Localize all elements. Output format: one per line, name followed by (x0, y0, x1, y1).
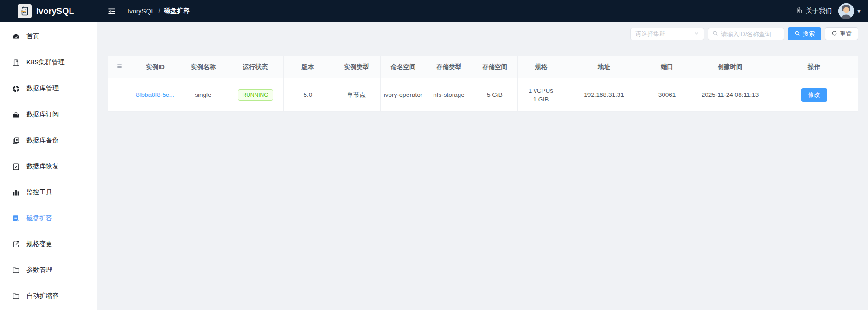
instance-id-link[interactable]: 8fbba8f8-5c... (136, 91, 174, 98)
sidebar-item-label: 规格变更 (26, 240, 52, 248)
table-row: 8fbba8f8-5c... single RUNNING 5.0 单节点 iv… (108, 78, 858, 112)
restore-icon (12, 163, 20, 171)
sidebar-item-label: 数据库管理 (26, 84, 59, 93)
sidebar: 首页 K8S集群管理 数据库管理 数据库订阅 (0, 22, 97, 310)
instance-name-cell: single (179, 78, 227, 112)
avatar (838, 3, 854, 19)
address-cell: 192.168.31.31 (564, 78, 644, 112)
sidebar-item-k8s-clusters[interactable]: K8S集群管理 (0, 50, 97, 76)
search-box (708, 28, 784, 40)
column-header-address: 地址 (564, 56, 644, 78)
column-header-instance-name: 实例名称 (179, 56, 227, 78)
reset-button-label: 重置 (840, 30, 852, 38)
instance-type-cell: 单节点 (332, 78, 381, 112)
main-content: 请选择集群 搜索 重置 (97, 22, 868, 310)
table-header-row: 实例ID 实例名称 运行状态 版本 实例类型 命名空间 存储类型 存储空间 规格… (108, 56, 858, 78)
search-input[interactable] (721, 31, 780, 38)
column-settings-icon (116, 63, 123, 70)
sidebar-item-database-restore[interactable]: 数据库恢复 (0, 153, 97, 179)
caret-down-icon: ▼ (856, 8, 862, 14)
status-badge: RUNNING (238, 89, 273, 101)
cluster-select[interactable]: 请选择集群 (630, 28, 704, 40)
ivorysql-logo-icon (18, 4, 32, 18)
column-header-storage-size: 存储空间 (472, 56, 518, 78)
instances-table: 实例ID 实例名称 运行状态 版本 实例类型 命名空间 存储类型 存储空间 规格… (108, 56, 858, 112)
column-header-status: 运行状态 (227, 56, 284, 78)
modify-button[interactable]: 修改 (801, 88, 827, 102)
refresh-icon (831, 30, 837, 38)
user-menu[interactable]: ▼ (838, 3, 862, 19)
sidebar-item-home[interactable]: 首页 (0, 24, 97, 50)
database-manage-icon (12, 85, 20, 93)
column-header-spec: 规格 (518, 56, 564, 78)
port-cell: 30061 (644, 78, 690, 112)
sidebar-item-label: 监控工具 (26, 188, 52, 196)
storage-size-cell: 5 GiB (472, 78, 518, 112)
topbar: IvorySQL IvorySQL / 磁盘扩容 关于我们 (0, 0, 868, 22)
search-button-label: 搜索 (803, 30, 815, 38)
sidebar-item-label: 自动扩缩容 (26, 292, 59, 300)
cluster-icon (12, 59, 20, 67)
spec-cell: 1 vCPUs 1 GiB (518, 78, 564, 112)
sidebar-item-database-backup[interactable]: 数据库备份 (0, 127, 97, 153)
version-cell: 5.0 (284, 78, 332, 112)
dashboard-icon (12, 33, 20, 41)
sidebar-item-spec-change[interactable]: 规格变更 (0, 231, 97, 257)
subscription-icon (12, 111, 20, 119)
building-icon (796, 7, 803, 15)
menu-fold-icon[interactable] (108, 7, 116, 16)
column-header-created-at: 创建时间 (690, 56, 770, 78)
brand-name: IvorySQL (36, 6, 74, 16)
spec-vcpus: 1 vCPUs (518, 86, 564, 95)
sidebar-item-label: 参数管理 (26, 266, 52, 274)
search-icon (712, 30, 718, 38)
sidebar-item-label: 首页 (26, 32, 39, 41)
chevron-down-icon (694, 30, 699, 38)
column-header-instance-id: 实例ID (131, 56, 179, 78)
search-icon (794, 30, 800, 38)
reset-button[interactable]: 重置 (825, 27, 858, 40)
filter-bar: 请选择集群 搜索 重置 (108, 27, 858, 40)
column-header-namespace: 命名空间 (381, 56, 426, 78)
sidebar-item-label: 磁盘扩容 (26, 214, 52, 222)
column-header-version: 版本 (284, 56, 332, 78)
row-select-cell (108, 78, 131, 112)
column-header-actions: 操作 (770, 56, 858, 78)
spec-change-icon (12, 240, 20, 248)
folder-icon (12, 292, 20, 300)
sidebar-item-label: K8S集群管理 (26, 58, 64, 67)
sidebar-item-monitoring-tools[interactable]: 监控工具 (0, 179, 97, 205)
sidebar-item-label: 数据库恢复 (26, 162, 59, 171)
breadcrumb-root[interactable]: IvorySQL (128, 7, 154, 15)
sidebar-item-parameter-manage[interactable]: 参数管理 (0, 257, 97, 283)
created-at-cell: 2025-11-24 08:11:13 (690, 78, 770, 112)
breadcrumb-separator: / (158, 7, 160, 15)
sidebar-item-database-subscription[interactable]: 数据库订阅 (0, 101, 97, 127)
column-header-port: 端口 (644, 56, 690, 78)
namespace-cell: ivory-operator (381, 78, 426, 112)
sidebar-item-disk-expansion[interactable]: 磁盘扩容 (0, 205, 97, 231)
about-us-link[interactable]: 关于我们 (796, 7, 832, 15)
breadcrumb: IvorySQL / 磁盘扩容 (128, 7, 190, 15)
sidebar-item-database-manage[interactable]: 数据库管理 (0, 76, 97, 101)
disk-expand-icon (12, 215, 20, 222)
sidebar-item-auto-scaling[interactable]: 自动扩缩容 (0, 283, 97, 309)
column-header-instance-type: 实例类型 (332, 56, 381, 78)
brand[interactable]: IvorySQL (0, 4, 97, 18)
search-button[interactable]: 搜索 (788, 27, 821, 40)
column-header-storage-type: 存储类型 (426, 56, 472, 78)
sidebar-item-label: 数据库备份 (26, 136, 59, 145)
folder-icon (12, 266, 20, 274)
breadcrumb-current: 磁盘扩容 (164, 7, 190, 15)
backup-icon (12, 137, 20, 145)
sidebar-item-label: 数据库订阅 (26, 110, 59, 119)
storage-type-cell: nfs-storage (426, 78, 472, 112)
spec-memory: 1 GiB (518, 95, 564, 104)
cluster-select-placeholder: 请选择集群 (635, 30, 665, 38)
monitor-icon (12, 189, 20, 196)
column-settings-header[interactable] (108, 56, 131, 78)
about-us-label: 关于我们 (806, 7, 832, 15)
